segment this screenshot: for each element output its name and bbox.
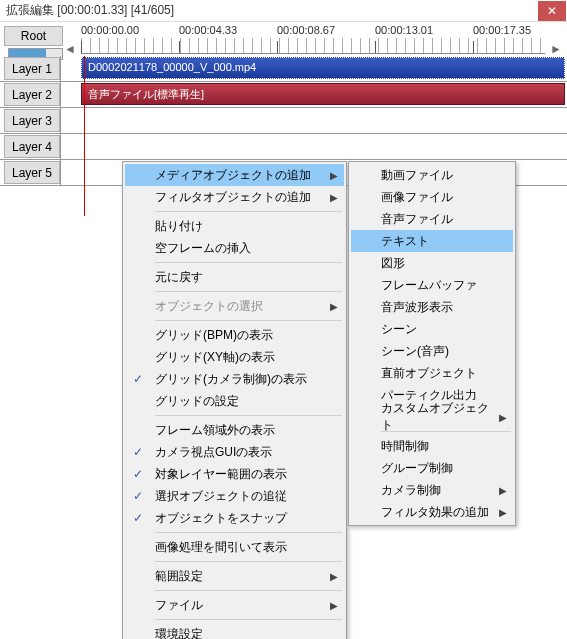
layer-track[interactable]: 音声ファイル[標準再生]	[60, 82, 567, 107]
menu-separator	[155, 291, 342, 292]
submenu-time-ctrl[interactable]: 時間制御	[351, 435, 513, 457]
submenu-video[interactable]: 動画ファイル	[351, 164, 513, 186]
menu-grid-settings[interactable]: グリッドの設定	[125, 390, 344, 412]
check-icon: ✓	[133, 372, 143, 386]
menu-paste[interactable]: 貼り付け	[125, 215, 344, 237]
menu-undo[interactable]: 元に戻す	[125, 266, 344, 288]
timeline-ruler[interactable]: 00:00:00.00 00:00:04.33 00:00:08.67 00:0…	[81, 24, 545, 54]
check-icon: ✓	[133, 445, 143, 459]
ruler-label: 00:00:13.01	[375, 24, 433, 36]
submenu-text[interactable]: テキスト	[351, 230, 513, 252]
menu-separator	[155, 619, 342, 620]
menu-snap-obj[interactable]: ✓オブジェクトをスナップ	[125, 507, 344, 529]
chevron-right-icon: ▶	[330, 192, 338, 203]
submenu-shape[interactable]: 図形	[351, 252, 513, 274]
layer-label[interactable]: Layer 3	[4, 109, 60, 132]
check-icon: ✓	[133, 511, 143, 525]
context-menu: メディアオブジェクトの追加▶ フィルタオブジェクトの追加▶ 貼り付け 空フレーム…	[122, 161, 347, 639]
menu-select-obj: オブジェクトの選択▶	[125, 295, 344, 317]
menu-separator	[155, 320, 342, 321]
layer-track[interactable]: D0002021178_00000_V_000.mp4	[60, 56, 567, 81]
submenu-custom[interactable]: カスタムオブジェクト▶	[351, 406, 513, 428]
menu-separator	[155, 262, 342, 263]
menu-grid-bpm[interactable]: グリッド(BPM)の表示	[125, 324, 344, 346]
chevron-right-icon: ▶	[499, 485, 507, 496]
chevron-right-icon: ▶	[499, 507, 507, 518]
menu-file[interactable]: ファイル▶	[125, 594, 344, 616]
menu-separator	[155, 211, 342, 212]
layer-label[interactable]: Layer 2	[4, 83, 60, 106]
submenu-image[interactable]: 画像ファイル	[351, 186, 513, 208]
menu-frame-out[interactable]: フレーム領域外の表示	[125, 419, 344, 441]
titlebar: 拡張編集 [00:00:01.33] [41/605] ✕	[0, 0, 567, 22]
audio-clip[interactable]: 音声ファイル[標準再生]	[81, 83, 565, 105]
menu-range[interactable]: 範囲設定▶	[125, 565, 344, 587]
layer-row: Layer 4	[0, 134, 567, 160]
root-button[interactable]: Root	[4, 26, 63, 46]
layer-row: Layer 2 音声ファイル[標準再生]	[0, 82, 567, 108]
scroll-right-button[interactable]: ►	[549, 42, 563, 56]
menu-follow-sel[interactable]: ✓選択オブジェクトの追従	[125, 485, 344, 507]
playhead[interactable]	[84, 56, 85, 216]
menu-empty-frame[interactable]: 空フレームの挿入	[125, 237, 344, 259]
submenu-cam-ctrl[interactable]: カメラ制御▶	[351, 479, 513, 501]
menu-grid-cam[interactable]: ✓グリッド(カメラ制御)の表示	[125, 368, 344, 390]
check-icon: ✓	[133, 489, 143, 503]
ruler-label: 00:00:08.67	[277, 24, 335, 36]
video-clip[interactable]: D0002021178_00000_V_000.mp4	[81, 57, 565, 79]
chevron-right-icon: ▶	[330, 301, 338, 312]
chevron-right-icon: ▶	[330, 571, 338, 582]
menu-cam-gui[interactable]: ✓カメラ視点GUIの表示	[125, 441, 344, 463]
chevron-right-icon: ▶	[330, 600, 338, 611]
menu-separator	[155, 532, 342, 533]
menu-separator	[155, 415, 342, 416]
ruler-label: 00:00:17.35	[473, 24, 531, 36]
close-icon: ✕	[547, 4, 557, 18]
menu-separator	[155, 561, 342, 562]
menu-image-thin[interactable]: 画像処理を間引いて表示	[125, 536, 344, 558]
submenu-group-ctrl[interactable]: グループ制御	[351, 457, 513, 479]
layer-label[interactable]: Layer 4	[4, 135, 60, 158]
submenu-scene-audio[interactable]: シーン(音声)	[351, 340, 513, 362]
submenu-filter-fx[interactable]: フィルタ効果の追加▶	[351, 501, 513, 523]
window-title: 拡張編集 [00:00:01.33] [41/605]	[0, 2, 174, 19]
layer-row: Layer 3	[0, 108, 567, 134]
submenu-media: 動画ファイル 画像ファイル 音声ファイル テキスト 図形 フレームバッファ 音声…	[348, 161, 516, 526]
scroll-left-button[interactable]: ◄	[63, 42, 77, 56]
chevron-right-icon: ▶	[499, 412, 507, 423]
submenu-framebuf[interactable]: フレームバッファ	[351, 274, 513, 296]
chevron-right-icon: ▶	[330, 170, 338, 181]
menu-filter-add[interactable]: フィルタオブジェクトの追加▶	[125, 186, 344, 208]
menu-env[interactable]: 環境設定	[125, 623, 344, 639]
layer-label[interactable]: Layer 1	[4, 57, 60, 80]
layer-label[interactable]: Layer 5	[4, 161, 60, 184]
ruler-label: 00:00:04.33	[179, 24, 237, 36]
menu-target-layer[interactable]: ✓対象レイヤー範囲の表示	[125, 463, 344, 485]
layer-row: Layer 1 D0002021178_00000_V_000.mp4	[0, 56, 567, 82]
layer-track[interactable]	[60, 134, 567, 159]
layer-track[interactable]	[60, 108, 567, 133]
menu-grid-xy[interactable]: グリッド(XY軸)の表示	[125, 346, 344, 368]
toolbar: Root ◄ 00:00:00.00 00:00:04.33 00:00:08.…	[0, 22, 567, 56]
menu-media-add[interactable]: メディアオブジェクトの追加▶	[125, 164, 344, 186]
close-button[interactable]: ✕	[538, 1, 566, 21]
check-icon: ✓	[133, 467, 143, 481]
submenu-prev-obj[interactable]: 直前オブジェクト	[351, 362, 513, 384]
submenu-scene[interactable]: シーン	[351, 318, 513, 340]
menu-separator	[155, 590, 342, 591]
submenu-waveform[interactable]: 音声波形表示	[351, 296, 513, 318]
submenu-audio[interactable]: 音声ファイル	[351, 208, 513, 230]
ruler-label: 00:00:00.00	[81, 24, 139, 36]
